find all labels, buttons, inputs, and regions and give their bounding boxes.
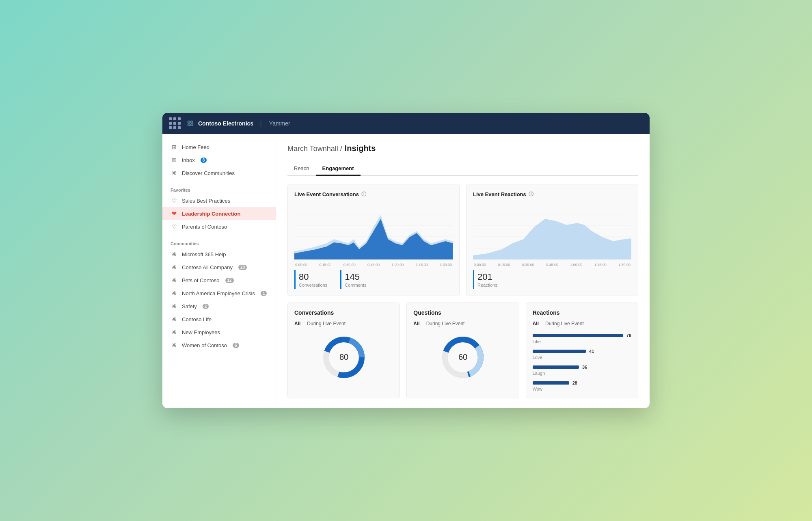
sidebar-item-home-feed[interactable]: ⊞ Home Feed bbox=[162, 141, 276, 153]
discover-icon: ❋ bbox=[171, 170, 178, 176]
sidebar-item-safety-label: Safety bbox=[182, 303, 197, 309]
filter-all-conversations[interactable]: All bbox=[294, 321, 300, 326]
live-reactions-card: Live Event Reactions ⓘ bbox=[466, 184, 638, 296]
sidebar: ⊞ Home Feed ✉ Inbox 8 ❋ Discover Communi… bbox=[162, 134, 276, 408]
conversations-num: 80 bbox=[299, 272, 327, 282]
sidebar-item-discover[interactable]: ❋ Discover Communities bbox=[162, 166, 276, 179]
community-icon-5: ❋ bbox=[171, 316, 178, 322]
filter-during-questions[interactable]: During Live Event bbox=[426, 321, 465, 326]
comments-count: 145 Comments bbox=[340, 270, 373, 289]
filter-during-reactions[interactable]: During Live Event bbox=[545, 321, 584, 326]
live-conversations-card: Live Event Conversations ⓘ bbox=[287, 184, 460, 296]
sidebar-item-new-employees[interactable]: ❋ New Employees bbox=[162, 326, 276, 339]
community-icon-3: ❋ bbox=[171, 290, 178, 296]
community-icon-4: ❋ bbox=[171, 303, 178, 309]
pets-badge: 12 bbox=[225, 278, 234, 283]
tab-engagement[interactable]: Engagement bbox=[316, 162, 361, 176]
sidebar-item-leadership[interactable]: ❤ Leadership Connection bbox=[162, 207, 276, 220]
love-bar bbox=[533, 350, 586, 353]
grid-icon[interactable] bbox=[169, 117, 181, 130]
company-logo: Contoso Electronics bbox=[186, 119, 253, 128]
safety-badge: 2 bbox=[203, 304, 209, 309]
tabs: Reach Engagement bbox=[287, 161, 638, 176]
women-badge: 5 bbox=[233, 343, 239, 348]
sidebar-item-ms365[interactable]: ❋ Microsoft 365 Help bbox=[162, 248, 276, 261]
laugh-label: Laugh bbox=[533, 371, 631, 376]
community-icon-6: ❋ bbox=[171, 329, 178, 335]
reactions-label: Reactions bbox=[477, 283, 497, 288]
info-icon-reactions[interactable]: ⓘ bbox=[529, 191, 533, 198]
sidebar-item-sales-label: Sales Best Practices bbox=[182, 198, 230, 204]
sidebar-item-sales[interactable]: ♡ Sales Best Practices bbox=[162, 194, 276, 207]
wow-value: 28 bbox=[572, 380, 577, 385]
conversations-count: 80 Conversations bbox=[294, 270, 334, 289]
inbox-badge: 8 bbox=[201, 158, 207, 163]
like-bar bbox=[533, 334, 623, 337]
sidebar-item-safety[interactable]: ❋ Safety 2 bbox=[162, 300, 276, 313]
reactions-chart bbox=[473, 203, 631, 259]
allcompany-badge: 20 bbox=[238, 265, 247, 270]
reactions-x-axis: 0:00:00 0:15:00 0:30:00 0:45:00 1:00:00 … bbox=[473, 263, 631, 267]
reactions-filter-row: All During Live Event bbox=[533, 321, 631, 326]
filter-during-conversations[interactable]: During Live Event bbox=[307, 321, 346, 326]
community-icon-7: ❋ bbox=[171, 342, 178, 348]
inbox-icon: ✉ bbox=[171, 157, 178, 163]
page-header: March Townhall / Insights bbox=[287, 144, 638, 153]
sidebar-item-pets[interactable]: ❋ Pets of Contoso 12 bbox=[162, 274, 276, 287]
sidebar-item-discover-label: Discover Communities bbox=[182, 170, 235, 176]
app-window: Contoso Electronics | Yammer ⊞ Home Feed… bbox=[162, 113, 650, 408]
sidebar-item-ms365-label: Microsoft 365 Help bbox=[182, 251, 226, 257]
filter-all-questions[interactable]: All bbox=[413, 321, 419, 326]
reactions-num: 201 bbox=[477, 272, 497, 282]
page-title: Insights bbox=[345, 144, 376, 153]
reactions-bottom-card: Reactions All During Live Event 76 Like bbox=[526, 303, 638, 398]
reactions-list: 76 Like 41 Love bbox=[533, 333, 631, 391]
like-value: 76 bbox=[626, 333, 631, 338]
sidebar-item-contoso-life[interactable]: ❋ Contoso Life bbox=[162, 313, 276, 326]
reactions-stats: 201 Reactions bbox=[473, 270, 631, 289]
favorites-section: Favorites ♡ Sales Best Practices ❤ Leade… bbox=[162, 183, 276, 233]
questions-bottom-card: Questions All During Live Event 60 bbox=[406, 303, 519, 398]
reaction-like: 76 Like bbox=[533, 333, 631, 344]
community-icon-1: ❋ bbox=[171, 264, 178, 270]
charts-row: Live Event Conversations ⓘ bbox=[287, 184, 638, 296]
love-label: Love bbox=[533, 355, 631, 360]
sidebar-item-parents-label: Parents of Contoso bbox=[182, 224, 227, 230]
like-label: Like bbox=[533, 339, 631, 344]
tab-reach[interactable]: Reach bbox=[287, 162, 316, 176]
sidebar-item-inbox-label: Inbox bbox=[182, 157, 195, 163]
conversations-card-title: Conversations bbox=[294, 309, 393, 316]
info-icon-conversations[interactable]: ⓘ bbox=[361, 191, 366, 198]
conversations-filter-row: All During Live Event bbox=[294, 321, 393, 326]
love-value: 41 bbox=[589, 349, 594, 354]
sidebar-item-women-label: Women of Contoso bbox=[182, 342, 227, 348]
home-icon: ⊞ bbox=[171, 144, 178, 150]
conversations-x-axis: 0:00:00 0:15:00 0:30:00 0:45:00 1:00:00 … bbox=[294, 263, 453, 267]
top-bar: Contoso Electronics | Yammer bbox=[162, 113, 650, 134]
live-reactions-title: Live Event Reactions ⓘ bbox=[473, 191, 631, 198]
filter-all-reactions[interactable]: All bbox=[533, 321, 539, 326]
reactions-count: 201 Reactions bbox=[473, 270, 504, 289]
reaction-laugh: 36 Laugh bbox=[533, 365, 631, 376]
conversations-chart bbox=[294, 203, 453, 259]
reactions-card-title: Reactions bbox=[533, 309, 631, 316]
na-crisis-badge: 1 bbox=[261, 291, 267, 296]
laugh-bar bbox=[533, 365, 579, 369]
bottom-row: Conversations All During Live Event 80 bbox=[287, 303, 638, 398]
right-panel: March Townhall / Insights Reach Engageme… bbox=[276, 134, 650, 408]
sidebar-item-parents[interactable]: ♡ Parents of Contoso bbox=[162, 220, 276, 233]
wow-label: Wow bbox=[533, 387, 631, 391]
community-icon-0: ❋ bbox=[171, 251, 178, 257]
sidebar-item-na-crisis[interactable]: ❋ North America Employee Crisis 1 bbox=[162, 287, 276, 300]
live-conversations-title: Live Event Conversations ⓘ bbox=[294, 191, 453, 198]
sidebar-item-allcompany[interactable]: ❋ Contoso All Company 20 bbox=[162, 261, 276, 274]
divider: | bbox=[260, 119, 262, 128]
community-icon-2: ❋ bbox=[171, 277, 178, 283]
sidebar-item-pets-label: Pets of Contoso bbox=[182, 277, 220, 283]
sidebar-item-inbox[interactable]: ✉ Inbox 8 bbox=[162, 153, 276, 166]
favorites-title: Favorites bbox=[162, 183, 276, 194]
questions-donut: 60 bbox=[413, 333, 512, 382]
comments-num: 145 bbox=[345, 272, 366, 282]
sidebar-item-allcompany-label: Contoso All Company bbox=[182, 264, 233, 270]
sidebar-item-women[interactable]: ❋ Women of Contoso 5 bbox=[162, 339, 276, 352]
